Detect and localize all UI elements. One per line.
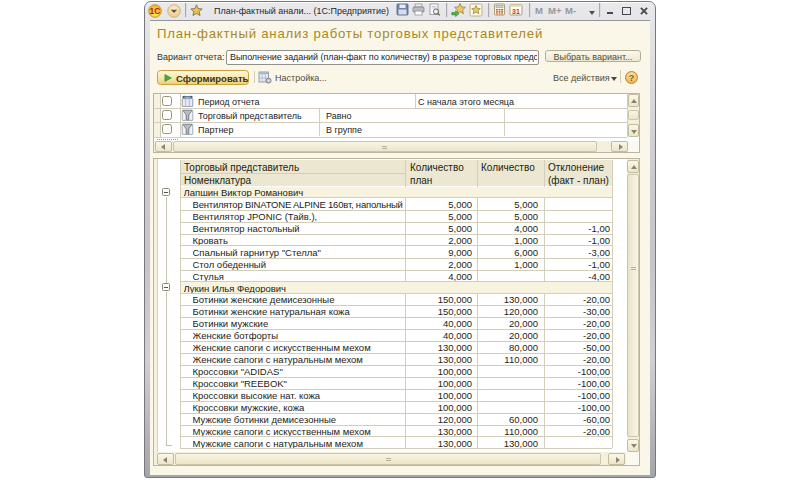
svg-text:31: 31: [512, 8, 520, 15]
svg-text:1С: 1С: [150, 6, 161, 16]
